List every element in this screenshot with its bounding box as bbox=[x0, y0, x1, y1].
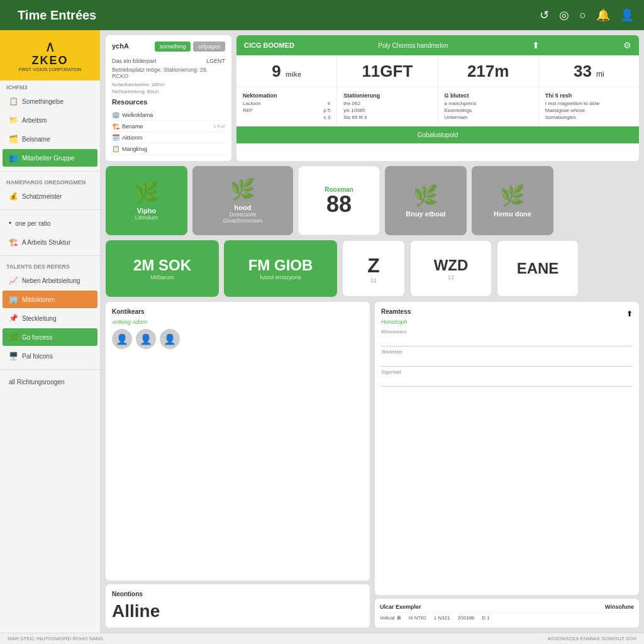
sidebar-item-schatzmeister[interactable]: 💰 Schatzmeister bbox=[3, 187, 97, 205]
sidebar-icon-8: 🏢 bbox=[9, 295, 18, 304]
detail-row-2-1: Exomlotings bbox=[445, 108, 532, 113]
sidebar-item-arbeitsm[interactable]: 📁 Arbeitsm bbox=[3, 111, 97, 129]
card-bnuy-icon: 🌿 bbox=[413, 184, 438, 208]
stat-cell-3: 33 mi bbox=[539, 55, 639, 87]
card-bnuy-label: Bnuy etboat bbox=[406, 210, 446, 218]
reamtess-panel: Reamtess ⬆ Honstroph 60motorers 3Holdste… bbox=[375, 302, 639, 595]
sidebar-item-steckleitung[interactable]: 📌 Steckleitung bbox=[3, 309, 97, 327]
card-hood-icon: 🌿 bbox=[230, 177, 255, 201]
stats-header-title: CICG BOOMED bbox=[244, 42, 294, 49]
sidebar-item-footer[interactable]: all Richtungsroogen bbox=[3, 374, 97, 390]
left-panel-row1-label: Das ein bilderpart bbox=[112, 58, 157, 64]
reamtess-fields: 60motorers 3Holdster Sigerfael bbox=[381, 329, 633, 389]
table-header-right: Winsofune bbox=[605, 604, 634, 610]
detail-label-3-1: Massigose whose bbox=[545, 108, 586, 113]
sidebar-divider-3 bbox=[0, 255, 100, 256]
top-bar-icons: ↺ ◎ ○ 🔔 👤 bbox=[540, 8, 634, 22]
detail-row-0-0: Lactoon 4 bbox=[243, 101, 330, 106]
kontikears-sub: Antking Adorn bbox=[112, 319, 364, 325]
logo-sub: FIRST VISION CORPORATION bbox=[19, 67, 81, 72]
detail-cell-0: Nektomation Lactoon 4 REF p 5 s 3 bbox=[236, 87, 336, 126]
field-input-2[interactable] bbox=[381, 377, 633, 387]
middle-section: 🌿 Vipho Litmolum 🌿 hood DovecasteGlnachm… bbox=[106, 166, 639, 235]
detail-val-0-1: p 5 bbox=[323, 108, 330, 113]
table-cell-0-3: 200188 bbox=[458, 615, 475, 621]
sidebar-icon-6: 🏗️ bbox=[9, 238, 18, 247]
detail-val-0-0: 4 bbox=[328, 101, 330, 106]
small-card-sub-0: 11 bbox=[370, 277, 377, 284]
data-table: Ulcar Exempler Winsofune Vollcat 🖥 I4 NT… bbox=[375, 599, 639, 628]
sidebar: ∧ ZKEO FIRST VISION CORPORATION ICHFM3 📋… bbox=[0, 30, 101, 633]
sidebar-item-palfoicons[interactable]: 🖥️ Pal foicons bbox=[3, 347, 97, 365]
target-icon[interactable]: ◎ bbox=[559, 8, 569, 22]
top-bar: Time Entrées ↺ ◎ ○ 🔔 👤 bbox=[0, 0, 644, 30]
reamtess-sub: Honstroph bbox=[381, 319, 633, 325]
sidebar-item-mitarbeiter[interactable]: 👥 Mitarbeiter Gruppe bbox=[3, 149, 97, 167]
table-cell-0-4: D 1 bbox=[482, 615, 489, 621]
tab-urlpages[interactable]: urlpages bbox=[193, 42, 225, 52]
sidebar-icon-2: 🗂️ bbox=[9, 135, 18, 143]
sidebar-item-nebenarbeits[interactable]: 📈 Neben Arbeitsleitung bbox=[3, 272, 97, 289]
detail-row-0-2: s 3 bbox=[243, 114, 330, 120]
sidebar-section-ichfm: ICHFM3 bbox=[0, 80, 100, 92]
field-label-0: 60motorers bbox=[381, 329, 633, 335]
kontikears-panel: Kontikears Antking Adorn 👤 👤 👤 bbox=[106, 302, 370, 580]
detail-row-2-2: Unterrown bbox=[445, 114, 532, 120]
table-cell-0-0: Vollcat 🖥 bbox=[380, 615, 401, 621]
sidebar-divider-1 bbox=[0, 171, 100, 172]
field-input-0[interactable] bbox=[381, 337, 633, 347]
small-card-wzd: WZD 12 bbox=[410, 240, 492, 297]
bell-icon[interactable]: 🔔 bbox=[596, 8, 610, 22]
big-card-label-1: futool emocyons bbox=[260, 274, 301, 280]
small-card-z: Z 11 bbox=[342, 240, 405, 297]
card-hemu: 🌿 Hemu done bbox=[472, 166, 553, 235]
detail-cell-1: Stationierung the 062 yis 10085 Sis 89 f… bbox=[337, 87, 437, 126]
left-panel-sub2: Nichtarbeitung: Böun bbox=[112, 89, 225, 94]
detail-label-1-1: yis 10085 bbox=[343, 108, 365, 113]
field-input-1[interactable] bbox=[381, 357, 633, 367]
tab-something[interactable]: something bbox=[155, 42, 191, 52]
sidebar-item-oneratio[interactable]: • one per ratio bbox=[3, 214, 97, 232]
big-card-value-0: 2M SOK bbox=[133, 257, 191, 274]
kontikears-title: Kontikears bbox=[112, 308, 364, 315]
stats-settings-icon[interactable]: ⚙ bbox=[623, 40, 631, 50]
detail-cell-3: Thi 5 resh I rest magnetism to slow Mass… bbox=[539, 87, 639, 126]
sidebar-item-mitdoktoren[interactable]: 🏢 Mitdoktoren bbox=[3, 291, 97, 308]
sidebar-label-1: Arbeitsm bbox=[22, 117, 47, 124]
refresh-icon[interactable]: ↺ bbox=[540, 8, 549, 22]
main-stats-panel: CICG BOOMED Poly Chomss handmelon ⬆ ⚙ 9 … bbox=[236, 35, 639, 161]
avatar-1: 👤 bbox=[136, 329, 156, 349]
card-hemu-label: Hemu done bbox=[494, 210, 531, 218]
sidebar-item-goforcess[interactable]: 🌿 Go forcess bbox=[3, 328, 97, 346]
sidebar-icon-9: 📌 bbox=[9, 314, 18, 323]
sidebar-label-2: Beisname bbox=[22, 136, 50, 143]
sidebar-footer-label: all Richtungsroogen bbox=[9, 379, 64, 386]
sidebar-label-10: Go forcess bbox=[22, 334, 52, 341]
sidebar-item-arbeitsstruktur[interactable]: 🏗️ A Arbeits Struktur bbox=[3, 233, 97, 251]
sidebar-label-3: Mitarbeiter Gruppe bbox=[22, 155, 74, 162]
stats-footer-btn[interactable]: Gobalustupold bbox=[236, 126, 639, 143]
circle-icon[interactable]: ○ bbox=[579, 9, 586, 22]
resource-value-1: 1 Kur bbox=[213, 123, 225, 129]
avatar-2: 👤 bbox=[160, 329, 180, 349]
stat-cell-2: 217m bbox=[438, 55, 538, 87]
left-panel-sub1: Notarillandweise: Wihm bbox=[112, 82, 225, 87]
allnr-value: Alline bbox=[112, 601, 364, 621]
footer: MAR.STEIC INUTOSWORD ROHO NANS ASSONSCES… bbox=[0, 633, 644, 644]
big-card-fmgiob: FM GIOB futool emocyons bbox=[224, 240, 337, 297]
stats-expand-icon[interactable]: ⬆ bbox=[532, 40, 540, 50]
user-icon[interactable]: 👤 bbox=[620, 8, 634, 22]
sidebar-item-beisname[interactable]: 🗂️ Beisname bbox=[3, 130, 97, 148]
detail-label-3-0: I rest magnetism to slow bbox=[545, 101, 599, 106]
allnr-title: Neontions bbox=[112, 591, 364, 597]
sidebar-item-somethingelse[interactable]: 📋 Somethingelse bbox=[3, 92, 97, 110]
card-rooxman-value: 88 bbox=[326, 193, 352, 216]
reamtess-expand-icon[interactable]: ⬆ bbox=[626, 309, 633, 318]
detail-row-2-0: a manchprens bbox=[445, 101, 532, 106]
resource-label-3: Mangkrug bbox=[122, 146, 147, 152]
resource-icon-2: 🗓️ bbox=[112, 134, 119, 141]
detail-title-2: G blutect bbox=[445, 92, 532, 99]
content-area: ychA something urlpages Das ein bilderpa… bbox=[101, 30, 644, 633]
small-card-value-0: Z bbox=[367, 254, 380, 277]
sidebar-label-7: Neben Arbeitsleitung bbox=[22, 277, 80, 284]
